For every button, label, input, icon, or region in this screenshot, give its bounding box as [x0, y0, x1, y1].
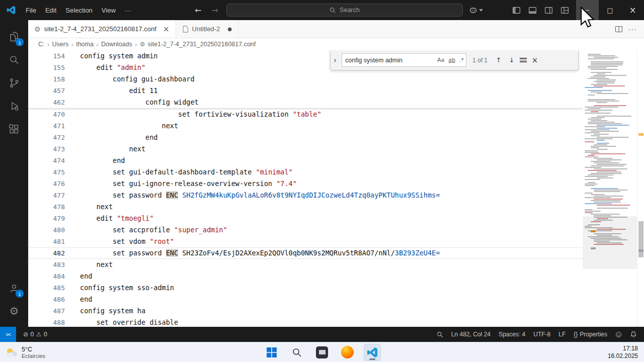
code-line-482[interactable]: 482 set password ENC SH23ZoFv4/EsjD2AXex… [28, 247, 583, 259]
line-number[interactable]: 476 [28, 178, 80, 190]
firefox-button[interactable] [339, 344, 356, 361]
line-number[interactable]: 475 [28, 166, 80, 178]
match-case-icon[interactable]: Aa [435, 57, 446, 63]
code-line-158[interactable]: 158 config gui-dashboard [28, 73, 583, 85]
code-line-480[interactable]: 480 set accprofile "super_admin" [28, 224, 583, 236]
line-number[interactable]: 488 [28, 317, 80, 327]
menu-file[interactable]: File [21, 5, 41, 16]
zoom-indicator[interactable] [437, 331, 443, 338]
window-close-button[interactable]: × [621, 0, 644, 20]
scrollbar-thumb[interactable] [638, 221, 643, 257]
code-text[interactable]: set accprofile "super_admin" [80, 224, 227, 236]
language-mode[interactable]: {} Properties [574, 331, 607, 338]
minimap-slider[interactable] [583, 216, 637, 269]
line-number[interactable]: 473 [28, 143, 80, 155]
line-number[interactable]: 470 [28, 109, 80, 120]
find-input[interactable] [345, 57, 435, 64]
code-line-475[interactable]: 475 set gui-default-dashboard-template "… [28, 166, 583, 178]
code-text[interactable]: next [80, 120, 178, 132]
code-text[interactable]: set gui-default-dashboard-template "mini… [80, 166, 293, 178]
code-line-478[interactable]: 478 next [28, 201, 583, 213]
editor-more-actions-icon[interactable]: ··· [628, 25, 637, 33]
toggle-replace-icon[interactable]: › [332, 56, 339, 65]
code-text[interactable]: set gui-ignore-release-overview-version … [80, 178, 297, 190]
remote-indicator[interactable]: >< [0, 327, 16, 342]
breadcrumb-filename[interactable]: site1-2_7-4_2731_202502160817.conf [148, 41, 256, 48]
breadcrumb-drive[interactable]: C: [38, 41, 45, 48]
code-text[interactable]: config system ha [80, 305, 145, 317]
window-minimize-button[interactable]: ─ [576, 0, 599, 20]
code-text[interactable]: config gui-dashboard [80, 73, 195, 85]
editor-scrollbar[interactable] [637, 50, 644, 327]
code-line-477[interactable]: 477 set password ENC SH2fGzMW4kuKpGvlaAL… [28, 190, 583, 201]
code-text[interactable]: set vdom "root" [80, 236, 174, 247]
toggle-panel-icon[interactable] [526, 4, 539, 17]
line-number[interactable]: 479 [28, 213, 80, 224]
run-debug-icon[interactable] [2, 95, 26, 118]
code-text[interactable]: end [80, 132, 157, 143]
cursor-position[interactable]: Ln 482, Col 24 [451, 331, 491, 338]
menu-edit[interactable]: Edit [41, 5, 61, 16]
line-number[interactable]: 485 [28, 282, 80, 294]
code-text[interactable]: end [80, 155, 125, 166]
line-number[interactable]: 472 [28, 132, 80, 143]
code-lines[interactable]: 470 set fortiview-visualization "table"4… [28, 109, 583, 327]
toggle-sidebar-left-icon[interactable] [510, 4, 523, 17]
code-text[interactable]: next [80, 143, 145, 155]
menu-view[interactable]: View [97, 5, 120, 16]
explorer-icon[interactable]: 1 [2, 25, 26, 48]
code-text[interactable]: set password ENC SH2fGzMW4kuKpGvlaALoR6v… [80, 190, 440, 201]
navigate-back-button[interactable]: ← [193, 6, 203, 15]
code-line-470[interactable]: 470 set fortiview-visualization "table" [28, 109, 583, 120]
code-line-487[interactable]: 487config system ha [28, 305, 583, 317]
minimap[interactable] [583, 50, 637, 327]
menu-selection[interactable]: Selection [61, 5, 97, 16]
tab-conf-file[interactable]: ⚙ site1-2_7-4_2731_202502160817.conf × [28, 20, 176, 38]
toggle-sidebar-right-icon[interactable] [542, 4, 555, 17]
copilot-menu[interactable] [469, 6, 483, 15]
vscode-taskbar-button[interactable] [364, 344, 381, 361]
code-text[interactable]: end [80, 270, 92, 282]
code-text[interactable]: config widget [80, 97, 199, 108]
notifications-bell-icon[interactable] [630, 331, 637, 338]
line-number[interactable]: 154 [28, 50, 80, 62]
code-text[interactable]: edit "admin" [80, 62, 145, 73]
line-number[interactable]: 487 [28, 305, 80, 317]
code-line-481[interactable]: 481 set vdom "root" [28, 236, 583, 247]
window-maximize-button[interactable]: □ [599, 0, 621, 20]
breadcrumb-thoma[interactable]: thoma [76, 41, 94, 48]
line-number[interactable]: 474 [28, 155, 80, 166]
find-previous-icon[interactable]: ↑ [494, 56, 504, 64]
code-line-462[interactable]: 462 config widget [28, 97, 583, 108]
photos-app-button[interactable] [313, 344, 331, 361]
code-text[interactable]: next [80, 201, 113, 213]
tab-close-icon[interactable]: × [163, 25, 170, 34]
source-control-icon[interactable] [2, 71, 26, 95]
line-number[interactable]: 478 [28, 201, 80, 213]
code-line-488[interactable]: 488 set override disable [28, 317, 583, 327]
breadcrumb-downloads[interactable]: Downloads [101, 41, 132, 48]
account-icon[interactable]: 1 [2, 277, 26, 300]
code-line-473[interactable]: 473 next [28, 143, 583, 155]
code-line-472[interactable]: 472 end [28, 132, 583, 143]
code-text[interactable]: edit 11 [80, 85, 157, 97]
taskbar-search-button[interactable] [288, 344, 305, 361]
code-line-483[interactable]: 483 next [28, 259, 583, 270]
taskbar-clock[interactable]: 17:18 16.02.2025 [608, 345, 638, 360]
line-number[interactable]: 462 [28, 97, 80, 108]
line-number[interactable]: 457 [28, 85, 80, 97]
code-line-471[interactable]: 471 next [28, 120, 583, 132]
settings-gear-icon[interactable]: ⚙ [2, 300, 26, 323]
code-line-484[interactable]: 484end [28, 270, 583, 282]
code-line-485[interactable]: 485config system sso-admin [28, 282, 583, 294]
code-pane[interactable]: 154config system admin155 edit "admin"15… [28, 50, 583, 327]
split-editor-icon[interactable] [615, 25, 623, 33]
problems-indicator[interactable]: ⊘ 0 ⚠ 0 [21, 331, 47, 338]
encoding-setting[interactable]: UTF-8 [533, 331, 550, 338]
line-number[interactable]: 480 [28, 224, 80, 236]
line-number[interactable]: 158 [28, 73, 80, 85]
code-text[interactable]: config system admin [80, 50, 157, 62]
code-text[interactable]: set password ENC SH23ZoFv4/EsjD2AXexEp2Q… [80, 247, 440, 259]
start-button[interactable] [263, 344, 280, 361]
code-text[interactable]: set fortiview-visualization "table" [80, 109, 321, 120]
